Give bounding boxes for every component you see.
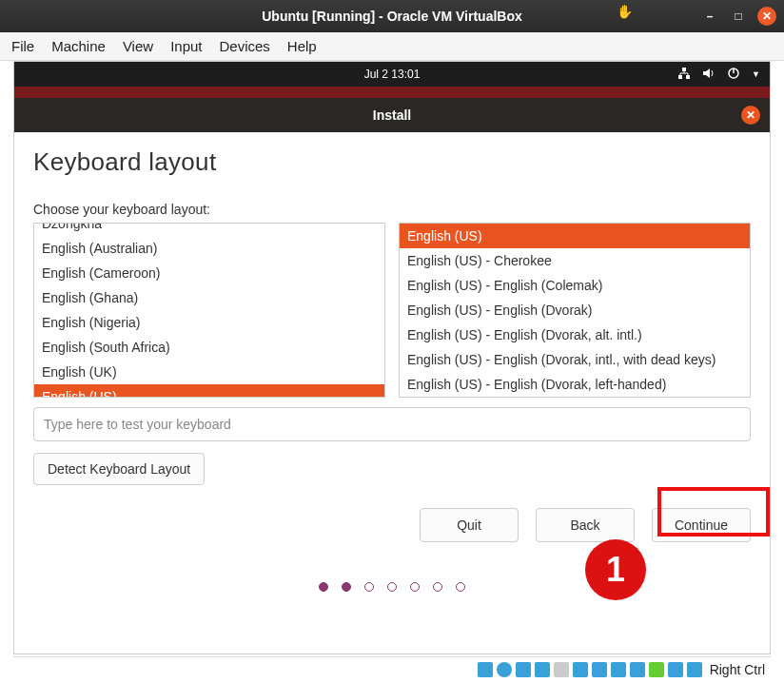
quit-button[interactable]: Quit	[420, 508, 519, 542]
vbox-status-bar: Right Ctrl	[13, 656, 771, 681]
red-band	[14, 87, 770, 98]
installer-titlebar: Install ✕	[14, 98, 770, 132]
host-key-label: Right Ctrl	[710, 662, 765, 677]
network-icon[interactable]	[677, 67, 691, 83]
detect-keyboard-button[interactable]: Detect Keyboard Layout	[33, 453, 205, 485]
progress-dots	[33, 582, 751, 592]
keyboard-test-input[interactable]	[33, 407, 751, 441]
list-item[interactable]: English (Nigeria)	[34, 310, 384, 335]
layout-variant-list[interactable]: English (US)English (US) - CherokeeEngli…	[399, 223, 751, 398]
display-icon[interactable]	[592, 662, 607, 677]
svg-rect-1	[678, 75, 682, 79]
svg-rect-0	[682, 68, 686, 71]
menu-help[interactable]: Help	[287, 38, 317, 54]
layout-family-list[interactable]: DzongkhaEnglish (Australian)English (Cam…	[33, 223, 385, 398]
volume-icon[interactable]	[702, 67, 715, 83]
power-icon[interactable]	[727, 67, 740, 83]
list-item[interactable]: English (US) - Cherokee	[400, 248, 750, 273]
audio-icon[interactable]	[516, 662, 531, 677]
vbox-titlebar: Ubuntu [Running] - Oracle VM VirtualBox …	[0, 0, 784, 32]
installer-close-icon[interactable]: ✕	[741, 106, 760, 125]
mouse-integration-icon[interactable]	[668, 662, 683, 677]
grab-icon: ✋	[617, 4, 633, 19]
recording-icon[interactable]	[611, 662, 626, 677]
list-item[interactable]: English (Cameroon)	[34, 261, 384, 285]
progress-dot	[364, 582, 374, 592]
list-item[interactable]: English (US) - English (Dvorak, alt. int…	[400, 322, 750, 347]
svg-rect-2	[686, 75, 690, 79]
vrde-icon[interactable]	[630, 662, 645, 677]
vbox-menubar: File Machine View Input Devices Help	[0, 32, 784, 61]
nav-buttons: Quit Back Continue	[33, 508, 751, 542]
keyboard-capture-icon[interactable]	[687, 662, 702, 677]
system-tray[interactable]: ▼	[677, 67, 760, 83]
list-item[interactable]: English (UK)	[34, 360, 384, 384]
cpu-icon[interactable]	[649, 662, 664, 677]
list-item[interactable]: English (South Africa)	[34, 335, 384, 360]
network-status-icon[interactable]	[535, 662, 550, 677]
back-button[interactable]: Back	[536, 508, 635, 542]
clock[interactable]: Jul 2 13:01	[364, 68, 421, 81]
menu-file[interactable]: File	[11, 38, 34, 54]
harddisk-icon[interactable]	[478, 662, 493, 677]
progress-dot	[410, 582, 420, 592]
installer-title: Install	[373, 107, 411, 123]
list-item[interactable]: English (US) - English (Dvorak, intl., w…	[400, 347, 750, 372]
continue-button[interactable]: Continue	[652, 508, 751, 542]
ubuntu-top-bar: Jul 2 13:01 ▼	[14, 62, 770, 87]
menu-machine[interactable]: Machine	[51, 38, 106, 54]
vbox-window-title: Ubuntu [Running] - Oracle VM VirtualBox	[262, 9, 522, 24]
usb-icon[interactable]	[554, 662, 569, 677]
list-item[interactable]: English (US)	[34, 384, 384, 398]
guest-screen: Jul 2 13:01 ▼ Install ✕ Keyboard layout …	[13, 61, 771, 654]
list-item[interactable]: English (Ghana)	[34, 285, 384, 310]
menu-view[interactable]: View	[123, 38, 153, 54]
close-button[interactable]: ✕	[757, 7, 776, 26]
progress-dot	[319, 582, 328, 592]
menu-devices[interactable]: Devices	[220, 38, 270, 54]
list-item[interactable]: English (US) - English (Dvorak, right-ha…	[400, 397, 750, 398]
layout-prompt: Choose your keyboard layout:	[33, 202, 751, 217]
chevron-down-icon[interactable]: ▼	[752, 69, 760, 79]
list-item[interactable]: Dzongkha	[34, 223, 384, 236]
shared-folder-icon[interactable]	[573, 662, 588, 677]
layout-lists: DzongkhaEnglish (Australian)English (Cam…	[33, 223, 751, 398]
menu-input[interactable]: Input	[170, 38, 202, 54]
progress-dot	[342, 582, 351, 592]
list-item[interactable]: English (Australian)	[34, 236, 384, 261]
page-heading: Keyboard layout	[33, 147, 751, 177]
maximize-button[interactable]: □	[729, 7, 748, 26]
optical-icon[interactable]	[497, 662, 512, 677]
list-item[interactable]: English (US) - English (Dvorak)	[400, 298, 750, 322]
list-item[interactable]: English (US)	[400, 224, 750, 248]
vbox-window-controls: – □ ✕	[700, 7, 776, 26]
annotation-badge: 1	[585, 539, 646, 600]
minimize-button[interactable]: –	[700, 7, 719, 26]
progress-dot	[456, 582, 465, 592]
progress-dot	[433, 582, 442, 592]
installer-body: Keyboard layout Choose your keyboard lay…	[14, 132, 770, 592]
list-item[interactable]: English (US) - English (Dvorak, left-han…	[400, 372, 750, 397]
progress-dot	[387, 582, 397, 592]
list-item[interactable]: English (US) - English (Colemak)	[400, 273, 750, 298]
